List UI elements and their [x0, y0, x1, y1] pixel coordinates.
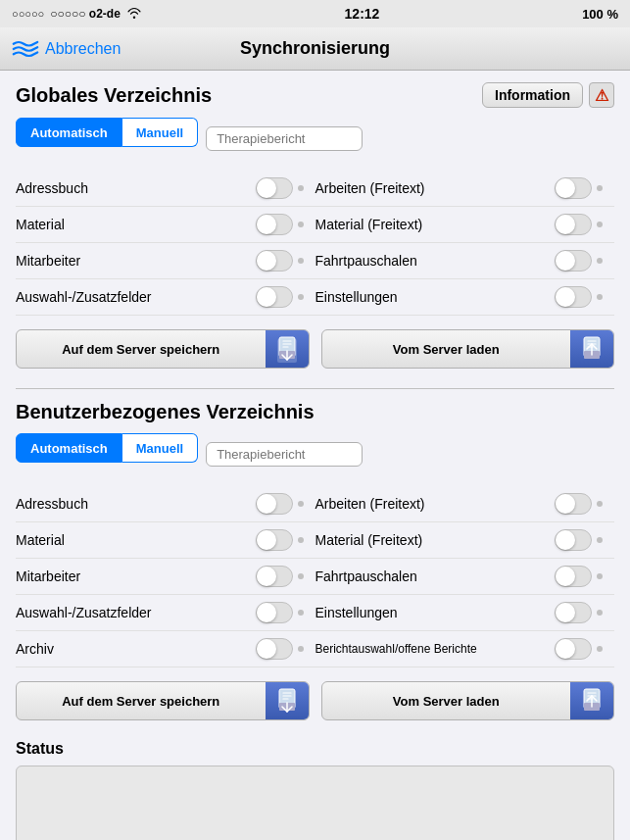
toggle-mitarbeiter-user[interactable] — [256, 566, 304, 587]
left-col-global: Adressbuch Material Mitarbeiter — [16, 171, 315, 316]
action-row-user: Auf dem Server speichern Vom Server lade… — [16, 681, 614, 720]
seg-manual-global[interactable]: Manuell — [122, 118, 198, 147]
load-server-label-user: Vom Server laden — [322, 686, 571, 716]
label-adressbuch-global: Adressbuch — [16, 180, 88, 196]
status-section-label: Status — [16, 740, 614, 758]
seg-manual-user[interactable]: Manuell — [122, 433, 198, 463]
toggle-row-material-user: Material — [16, 522, 315, 559]
section-global-title: Globales Verzeichnis — [16, 84, 212, 107]
toggle-einstellungen-global[interactable] — [555, 286, 603, 308]
carrier-label: ○○○○○ o2-de — [50, 7, 121, 21]
load-server-label-global: Vom Server laden — [322, 334, 571, 365]
toggle-row-fahrt-user: Fahrtpauschalen — [315, 559, 615, 595]
status-time: 12:12 — [345, 6, 380, 22]
status-box — [16, 766, 614, 840]
toggle-row-auswahl-user: Auswahl-/Zusatzfelder — [16, 595, 315, 631]
info-button[interactable]: Information — [482, 82, 583, 108]
seg-auto-global[interactable]: Automatisch — [16, 118, 122, 147]
wifi-icon — [126, 7, 142, 22]
label-einstellungen-user: Einstellungen — [315, 605, 398, 620]
toggle-row-adressbuch-user: Adressbuch — [16, 486, 315, 522]
signal-dots: ○○○○○ — [12, 8, 44, 20]
toggle-fahrt-global[interactable] — [555, 250, 603, 272]
toggle-row-einstellungen-user: Einstellungen — [315, 595, 615, 631]
status-battery: 100 % — [582, 7, 618, 22]
toggle-auswahl-user[interactable] — [256, 602, 304, 623]
label-auswahl-global: Auswahl-/Zusatzfelder — [16, 289, 152, 305]
toggle-row-mitarbeiter-user: Mitarbeiter — [16, 559, 315, 595]
status-bar: ○○○○○ ○○○○○ o2-de 12:12 100 % — [0, 0, 630, 27]
toggle-row-material-global: Material — [16, 207, 315, 243]
label-material-freitext-user: Material (Freitext) — [315, 532, 423, 548]
toggle-row-material-freitext-global: Material (Freitext) — [315, 207, 615, 243]
toggle-adressbuch-global[interactable] — [256, 177, 304, 199]
right-col-global: Arbeiten (Freitext) Material (Freitext) … — [315, 171, 615, 316]
toggle-row-fahrt-global: Fahrtpauschalen — [315, 243, 615, 279]
cancel-label: Abbrechen — [45, 40, 121, 58]
toggle-grid-user: Adressbuch Material Mitarbeiter — [16, 486, 614, 667]
toggle-material-global[interactable] — [256, 214, 304, 235]
toggle-berichte-user[interactable] — [555, 638, 603, 660]
toggle-material-user[interactable] — [256, 529, 304, 551]
toggle-row-material-freitext-user: Material (Freitext) — [315, 522, 615, 559]
label-adressbuch-user: Adressbuch — [16, 496, 88, 512]
label-mitarbeiter-user: Mitarbeiter — [16, 568, 80, 584]
therapiebericht-input-user[interactable] — [206, 442, 363, 467]
toggle-auswahl-global[interactable] — [256, 286, 304, 308]
save-server-label-user: Auf dem Server speichern — [17, 686, 266, 716]
status-left: ○○○○○ ○○○○○ o2-de — [12, 7, 142, 22]
label-berichte-user: Berichtauswahl/offene Berichte — [315, 642, 477, 656]
toggle-fahrt-user[interactable] — [555, 566, 603, 587]
save-server-btn-user[interactable]: Auf dem Server speichern — [16, 681, 310, 720]
label-material-user: Material — [16, 532, 65, 548]
toggle-material-freitext-global[interactable] — [555, 214, 603, 235]
section-divider — [16, 388, 614, 389]
toggle-row-auswahl-global: Auswahl-/Zusatzfelder — [16, 279, 315, 316]
load-server-icon-global — [570, 330, 613, 368]
load-server-btn-user[interactable]: Vom Server laden — [321, 681, 615, 720]
section-global-actions: Information ⚠ — [482, 82, 614, 108]
section-user-title: Benutzerbezogenes Verzeichnis — [16, 401, 315, 423]
toggle-row-adressbuch-global: Adressbuch — [16, 171, 315, 207]
toggle-row-arbeiten-global: Arbeiten (Freitext) — [315, 171, 615, 207]
label-archiv-user: Archiv — [16, 641, 54, 657]
toggle-material-freitext-user[interactable] — [555, 529, 603, 551]
label-mitarbeiter-global: Mitarbeiter — [16, 253, 80, 269]
toggle-mitarbeiter-global[interactable] — [256, 250, 304, 272]
warning-symbol: ⚠ — [595, 86, 608, 105]
section-user: Benutzerbezogenes Verzeichnis Automatisc… — [16, 401, 614, 720]
label-fahrt-global: Fahrtpauschalen — [315, 253, 417, 269]
segmented-control-user: Automatisch Manuell — [16, 433, 198, 463]
toggle-row-berichte-user: Berichtauswahl/offene Berichte — [315, 631, 615, 667]
save-server-icon-user — [266, 682, 309, 719]
cancel-button[interactable]: Abbrechen — [12, 38, 121, 60]
toggle-row-einstellungen-global: Einstellungen — [315, 279, 615, 316]
toggle-row-arbeiten-user: Arbeiten (Freitext) — [315, 486, 615, 522]
label-arbeiten-global: Arbeiten (Freitext) — [315, 180, 425, 196]
label-einstellungen-global: Einstellungen — [315, 289, 398, 305]
section-global: Globales Verzeichnis Information ⚠ Autom… — [16, 82, 614, 369]
toggle-archiv-user[interactable] — [256, 638, 304, 660]
warning-icon: ⚠ — [589, 82, 614, 108]
save-server-label-global: Auf dem Server speichern — [17, 334, 266, 365]
left-col-user: Adressbuch Material Mitarbeiter — [16, 486, 315, 667]
therapiebericht-input-global[interactable] — [206, 126, 363, 151]
label-fahrt-user: Fahrtpauschalen — [315, 568, 417, 584]
status-section: Status — [16, 740, 614, 840]
toggle-einstellungen-user[interactable] — [555, 602, 603, 623]
toggle-row-mitarbeiter-global: Mitarbeiter — [16, 243, 315, 279]
segmented-control-global: Automatisch Manuell — [16, 118, 198, 147]
label-arbeiten-user: Arbeiten (Freitext) — [315, 496, 425, 512]
load-server-icon-user — [570, 682, 613, 719]
toggle-arbeiten-global[interactable] — [555, 177, 603, 199]
toggle-grid-global: Adressbuch Material Mitarbeiter — [16, 171, 614, 316]
seg-auto-user[interactable]: Automatisch — [16, 433, 122, 463]
main-content: Globales Verzeichnis Information ⚠ Autom… — [0, 71, 630, 840]
right-col-user: Arbeiten (Freitext) Material (Freitext) … — [315, 486, 615, 667]
save-server-btn-global[interactable]: Auf dem Server speichern — [16, 329, 310, 369]
label-material-global: Material — [16, 217, 65, 232]
toggle-arbeiten-user[interactable] — [555, 493, 603, 515]
toggle-adressbuch-user[interactable] — [256, 493, 304, 515]
load-server-btn-global[interactable]: Vom Server laden — [321, 329, 615, 369]
action-row-global: Auf dem Server speichern Vom Server lade… — [16, 329, 614, 369]
